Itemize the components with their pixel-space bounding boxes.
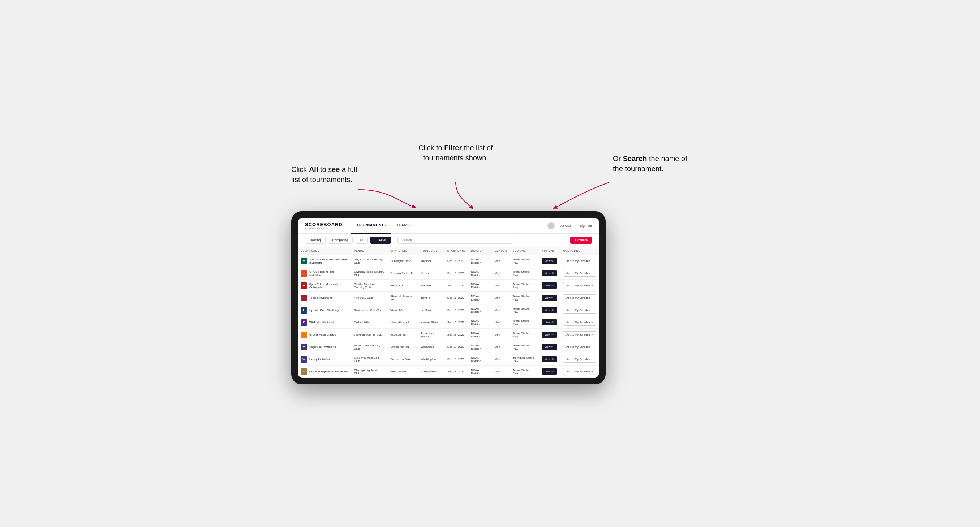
logo-area: SCOREBOARD Powered by clippi xyxy=(305,222,342,230)
add-schedule-button-3[interactable]: Add to My Schedule + xyxy=(563,294,596,301)
hosted-by-cell-9: Wake Forest xyxy=(418,365,444,378)
eye-icon-7: 👁 xyxy=(551,345,554,349)
event-name-text-1: OFCC Fighting Illini Invitational xyxy=(309,270,348,277)
event-name-text-9: Chicago Highlands Invitational xyxy=(309,370,348,373)
event-name-cell-5: K Wildcat Invitational xyxy=(298,316,351,329)
view-button-1[interactable]: View 👁 xyxy=(542,270,557,276)
venue-cell-6: Jackson Country Club xyxy=(351,329,387,341)
actions-cell-3: View 👁 xyxy=(539,292,560,304)
actions-cell-2: View 👁 xyxy=(539,279,560,292)
venue-cell-4: Ravenwood Golf Club xyxy=(351,304,387,316)
city-state-cell-4: Victor, NY xyxy=(387,304,418,316)
start-date-cell-6: Sep 18, 2023 xyxy=(444,329,468,341)
event-name-cell-2: F Ryan T. Lee Memorial Collegiate xyxy=(298,279,351,292)
scoring-cell-7: Team, Stroke Play xyxy=(509,341,539,353)
view-button-2[interactable]: View 👁 xyxy=(542,283,557,289)
venue-cell-9: Chicago Highlands Club xyxy=(351,365,387,378)
add-schedule-button-5[interactable]: Add to My Schedule + xyxy=(563,319,596,326)
col-competing: COMPETING xyxy=(560,247,599,255)
tournaments-table: EVENT NAME VENUE CITY, STATE HOSTED BY S… xyxy=(298,247,599,378)
event-name-text-0: 2023 Joe Feaganes Marshall Invitational xyxy=(309,258,348,264)
start-date-cell-5: Sep 17, 2023 xyxy=(444,316,468,329)
start-date-cell-0: Sep 11, 2023 xyxy=(444,255,468,267)
team-logo-7: V xyxy=(301,344,307,350)
event-name-cell-6: T Grover Page Classic xyxy=(298,329,351,341)
competing-cell-7: Add to My Schedule + xyxy=(560,341,599,353)
actions-cell-6: View 👁 xyxy=(539,329,560,341)
event-name-cell-3: T Temple Invitational xyxy=(298,292,351,304)
col-gender: GENDER xyxy=(492,247,510,255)
event-name-text-4: Upstate Dual Challenge xyxy=(309,308,340,312)
team-logo-8: W xyxy=(301,356,307,363)
add-schedule-button-2[interactable]: Add to My Schedule + xyxy=(563,282,596,289)
actions-cell-5: View 👁 xyxy=(539,316,560,329)
team-logo-5: K xyxy=(301,319,307,326)
col-scoring: SCORING xyxy=(509,247,539,255)
start-date-cell-2: Sep 16, 2023 xyxy=(444,279,468,292)
gender-cell-3: Men xyxy=(492,292,510,304)
view-button-5[interactable]: View 👁 xyxy=(542,319,557,325)
nav-tab-tournaments[interactable]: TOURNAMENTS xyxy=(351,218,391,234)
eye-icon-3: 👁 xyxy=(551,296,554,300)
add-schedule-button-9[interactable]: Add to My Schedule + xyxy=(563,368,596,375)
actions-cell-8: View 👁 xyxy=(539,353,560,365)
nav-tab-teams[interactable]: TEAMS xyxy=(391,218,415,234)
competing-cell-5: Add to My Schedule + xyxy=(560,316,599,329)
scoring-cell-1: Team, Stroke Play xyxy=(509,267,539,279)
event-name-text-6: Grover Page Classic xyxy=(309,333,336,336)
event-name-cell-9: W Chicago Highlands Invitational xyxy=(298,365,351,378)
add-schedule-button-7[interactable]: Add to My Schedule + xyxy=(563,343,596,350)
competing-cell-9: Add to My Schedule + xyxy=(560,365,599,378)
table-row: M 2023 Joe Feaganes Marshall Invitationa… xyxy=(298,255,599,267)
create-button[interactable]: + Create xyxy=(570,237,592,244)
competing-cell-8: Add to My Schedule + xyxy=(560,353,599,365)
city-state-cell-1: Olympia Fields, IL xyxy=(387,267,418,279)
header-right: Test User | Sign out xyxy=(547,222,592,229)
signout-link[interactable]: Sign out xyxy=(580,224,592,227)
team-logo-9: W xyxy=(301,368,307,375)
add-schedule-button-1[interactable]: Add to My Schedule + xyxy=(563,270,596,277)
scoring-cell-4: Team, Stroke Play xyxy=(509,304,539,316)
view-button-7[interactable]: View 👁 xyxy=(542,344,557,350)
gender-cell-9: Men xyxy=(492,365,510,378)
add-schedule-button-8[interactable]: Add to My Schedule + xyxy=(563,356,596,363)
start-date-cell-1: Sep 15, 2023 xyxy=(444,267,468,279)
city-state-cell-7: Chesterton, IN xyxy=(387,341,418,353)
table-row: T Temple Invitational The 1912 Club Plym… xyxy=(298,292,599,304)
all-tab[interactable]: All xyxy=(355,237,368,244)
add-schedule-button-4[interactable]: Add to My Schedule + xyxy=(563,307,596,314)
competing-tab[interactable]: Competing xyxy=(328,237,353,244)
view-button-6[interactable]: View 👁 xyxy=(542,332,557,338)
view-button-8[interactable]: View 👁 xyxy=(542,356,557,362)
city-state-cell-5: Manhattan, KS xyxy=(387,316,418,329)
app-header: SCOREBOARD Powered by clippi TOURNAMENTS… xyxy=(298,218,599,234)
eye-icon-6: 👁 xyxy=(551,333,554,336)
start-date-cell-7: Sep 18, 2023 xyxy=(444,341,468,353)
venue-cell-1: Olympia Fields Country Club xyxy=(351,267,387,279)
main-nav: TOURNAMENTS TEAMS xyxy=(351,218,547,234)
table-row: V Valpo Fall Invitational Sand Creek Cou… xyxy=(298,341,599,353)
city-state-cell-3: Plymouth Meeting, PA xyxy=(387,292,418,304)
competing-cell-6: Add to My Schedule + xyxy=(560,329,599,341)
view-button-9[interactable]: View 👁 xyxy=(542,368,557,375)
hosting-tab[interactable]: Hosting xyxy=(305,237,326,244)
view-button-4[interactable]: View 👁 xyxy=(542,307,557,313)
filter-button[interactable]: ☰ Filter xyxy=(370,237,391,244)
search-input[interactable] xyxy=(398,237,513,244)
add-schedule-button-0[interactable]: Add to My Schedule + xyxy=(563,257,596,264)
view-button-0[interactable]: View 👁 xyxy=(542,258,557,264)
event-name-text-2: Ryan T. Lee Memorial Collegiate xyxy=(309,283,348,289)
event-name-text-5: Wildcat Invitational xyxy=(309,321,334,324)
eye-icon-1: 👁 xyxy=(551,271,554,275)
eye-icon-4: 👁 xyxy=(551,308,554,312)
annotation-topright: Or Search the name of the tournament. xyxy=(613,154,689,174)
view-button-3[interactable]: View 👁 xyxy=(542,295,557,301)
event-name-cell-0: M 2023 Joe Feaganes Marshall Invitationa… xyxy=(298,255,351,267)
division-cell-5: NCAA Division I xyxy=(468,316,492,329)
event-name-text-7: Valpo Fall Invitational xyxy=(309,345,336,349)
col-venue: VENUE xyxy=(351,247,387,255)
competing-cell-3: Add to My Schedule + xyxy=(560,292,599,304)
col-event-name: EVENT NAME xyxy=(298,247,351,255)
add-schedule-button-6[interactable]: Add to My Schedule + xyxy=(563,331,596,338)
division-cell-6: NCAA Division I xyxy=(468,329,492,341)
